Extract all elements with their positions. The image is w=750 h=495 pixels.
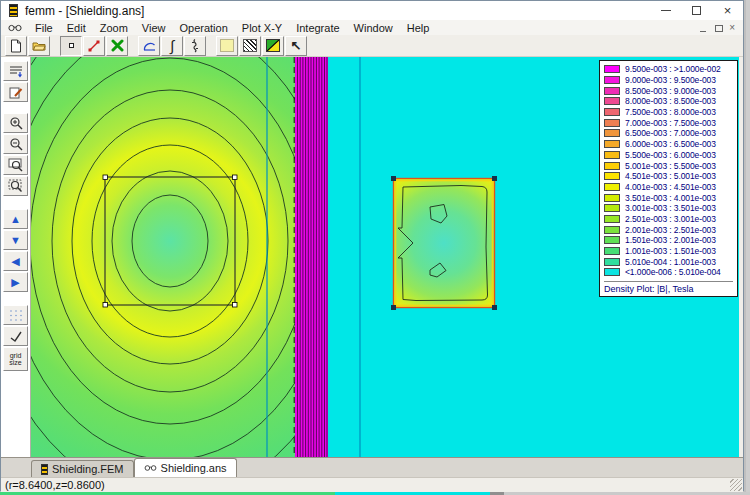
menu-item-edit[interactable]: Edit	[60, 22, 93, 34]
coil-field-region	[31, 57, 296, 457]
pan-up-button[interactable]: ▲	[3, 209, 28, 229]
resize-grip[interactable]	[730, 479, 742, 491]
legend-entry: 3.501e-003 : 4.001e-003	[604, 192, 733, 203]
zoom-extents-button[interactable]	[3, 176, 28, 196]
grid-size-label: grid size	[5, 352, 27, 366]
mdi-restore-button[interactable]	[714, 24, 723, 32]
open-file-button[interactable]	[28, 36, 50, 56]
legend-entry: 4.001e-003 : 4.501e-003	[604, 182, 733, 193]
legend-swatch	[604, 119, 620, 127]
mdi-child-controls: ×	[699, 24, 743, 32]
grid-size-button[interactable]: grid size	[3, 347, 28, 371]
legend-swatch	[604, 65, 620, 73]
menu-item-integrate[interactable]: Integrate	[289, 22, 346, 34]
zoom-in-button[interactable]	[3, 113, 28, 133]
menu-item-operation[interactable]: Operation	[172, 22, 234, 34]
pan-down-icon: ▼	[10, 234, 21, 246]
squiggle-icon	[190, 38, 200, 53]
legend-entry: 1.501e-003 : 2.001e-003	[604, 235, 733, 246]
legend-range: 5.001e-003 : 5.500e-003	[625, 161, 716, 171]
legend-range: 6.000e-003 : 6.500e-003	[625, 139, 716, 149]
edit-properties-button[interactable]	[3, 82, 28, 102]
minimize-button[interactable]	[650, 1, 681, 20]
legend-swatch	[604, 204, 620, 212]
legend-range: 5.500e-003 : 6.000e-003	[625, 150, 716, 160]
mdi-close-button[interactable]: ×	[729, 24, 735, 32]
legend-swatch	[604, 172, 620, 180]
legend-entry: 9.500e-003 : >1.000e-002	[604, 64, 733, 75]
menu-item-help[interactable]: Help	[400, 22, 437, 34]
legend-range: 5.010e-004 : 1.001e-003	[625, 257, 716, 267]
tab-label: Shielding.ans	[161, 462, 227, 474]
femm-window: femm - [Shielding.ans] × FileEditZoomVie…	[0, 0, 744, 491]
show-grid-button[interactable]	[3, 305, 28, 325]
menu-item-window[interactable]: Window	[347, 22, 400, 34]
legend-range: 9.000e-003 : 9.500e-003	[625, 75, 716, 85]
field-lines-button[interactable]	[184, 36, 206, 56]
legend-range: 2.501e-003 : 3.001e-003	[625, 214, 716, 224]
pan-down-button[interactable]: ▼	[3, 230, 28, 250]
zoom-out-icon	[9, 137, 23, 151]
zoom-window-icon	[8, 158, 23, 172]
circle-integral-button[interactable]	[138, 36, 160, 56]
menu-item-plot-x-y[interactable]: Plot X-Y	[235, 22, 289, 34]
shielded-box[interactable]	[391, 176, 497, 310]
legend-entry: 5.001e-003 : 5.500e-003	[604, 160, 733, 171]
point-values-mode-button[interactable]	[60, 36, 82, 56]
menu-item-view[interactable]: View	[135, 22, 173, 34]
contour-plot-button[interactable]	[262, 36, 284, 56]
pointer-arrow-icon: ↖	[291, 38, 302, 53]
show-mesh-button[interactable]	[239, 36, 261, 56]
legend-entry: 7.000e-003 : 7.500e-003	[604, 117, 733, 128]
pan-left-icon: ◀	[11, 255, 19, 268]
legend-swatch	[604, 215, 620, 223]
toolbar: ∫ ↖	[1, 35, 743, 57]
zoom-window-button[interactable]	[3, 155, 28, 175]
plot-options-button[interactable]	[3, 61, 28, 81]
menu-item-zoom[interactable]: Zoom	[93, 22, 135, 34]
tab-shielding-fem[interactable]: Shielding.FEM	[31, 460, 134, 477]
desktop-edge-right	[746, 0, 750, 495]
mesh-icon	[243, 39, 257, 52]
screen: femm - [Shielding.ans] × FileEditZoomVie…	[0, 0, 750, 495]
document-tabbar: Shielding.FEM Shielding.ans	[1, 457, 743, 477]
legend-entry: 6.500e-003 : 7.000e-003	[604, 128, 733, 139]
pan-left-button[interactable]: ◀	[3, 251, 28, 271]
contour-mode-button[interactable]	[83, 36, 105, 56]
line-integral-button[interactable]: ∫	[161, 36, 183, 56]
legend-entry: 6.000e-003 : 6.500e-003	[604, 139, 733, 150]
legend-caption: Density Plot: |B|, Tesla	[604, 281, 733, 294]
title-bar[interactable]: femm - [Shielding.ans] ×	[1, 1, 743, 20]
legend-range: 6.500e-003 : 7.000e-003	[625, 128, 716, 138]
legend-swatch	[604, 140, 620, 148]
legend-entry: 2.501e-003 : 3.001e-003	[604, 214, 733, 225]
legend-range: <1.000e-006 : 5.010e-004	[625, 267, 721, 277]
menu-item-file[interactable]: File	[28, 22, 60, 34]
point-mode-icon	[69, 43, 74, 48]
block-mode-button[interactable]	[106, 36, 128, 56]
density-plot-button[interactable]	[216, 36, 238, 56]
page-pencil-icon	[9, 86, 23, 99]
close-button[interactable]: ×	[712, 1, 743, 20]
legend-range: 4.001e-003 : 4.501e-003	[625, 182, 716, 192]
magnet-file-icon	[41, 464, 48, 475]
density-legend: 9.500e-003 : >1.000e-0029.000e-003 : 9.5…	[599, 60, 738, 297]
pointer-mode-button[interactable]: ↖	[285, 36, 307, 56]
menu-bar: FileEditZoomViewOperationPlot X-YIntegra…	[1, 20, 743, 35]
snap-to-grid-button[interactable]	[3, 326, 28, 346]
new-file-button[interactable]	[5, 36, 27, 56]
pan-right-button[interactable]: ▶	[3, 272, 28, 292]
tab-shielding-ans[interactable]: Shielding.ans	[134, 458, 237, 477]
legend-swatch	[604, 108, 620, 116]
density-plot-icon	[220, 39, 234, 52]
legend-swatch	[604, 87, 620, 95]
legend-swatch	[604, 76, 620, 84]
legend-swatch	[604, 183, 620, 191]
zoom-out-button[interactable]	[3, 134, 28, 154]
legend-range: 1.501e-003 : 2.001e-003	[625, 235, 716, 245]
mdi-minimize-button[interactable]	[699, 24, 708, 32]
maximize-icon	[692, 6, 701, 15]
maximize-button[interactable]	[681, 1, 712, 20]
plot-canvas[interactable]: 9.500e-003 : >1.000e-0029.000e-003 : 9.5…	[31, 57, 739, 457]
legend-range: 3.001e-003 : 3.501e-003	[625, 203, 716, 213]
